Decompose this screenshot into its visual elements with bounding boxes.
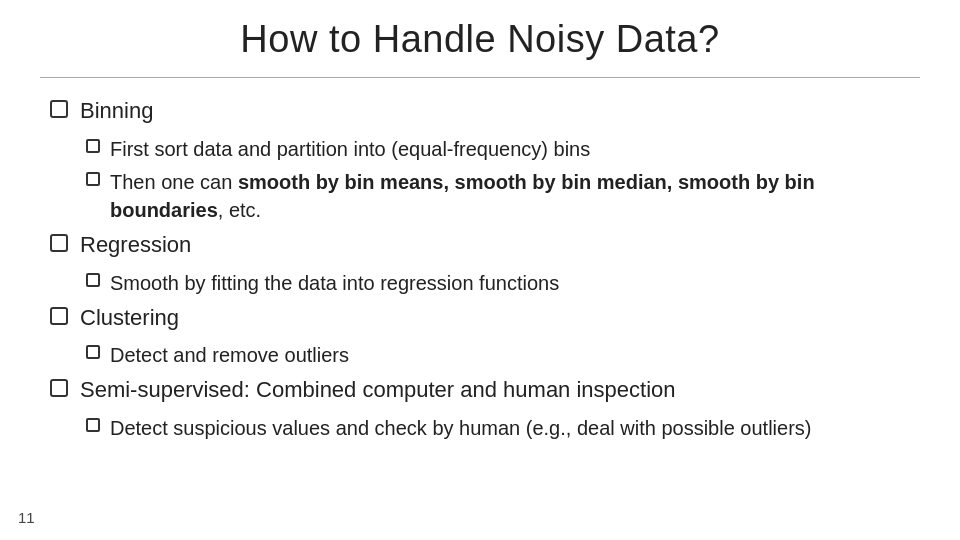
content-area: Binning First sort data and partition in… <box>40 96 920 442</box>
bullet-label-clustering: Clustering <box>80 303 179 334</box>
bullet-text-semi-sub1: Detect suspicious values and check by hu… <box>110 414 811 442</box>
bold-smooth-median: smooth by bin median, <box>455 171 673 193</box>
title-area: How to Handle Noisy Data? <box>40 0 920 71</box>
bullet-text-clustering-sub1: Detect and remove outliers <box>110 341 349 369</box>
bullet-icon-regression-sub1 <box>86 273 100 287</box>
bullet-icon-semi-supervised <box>50 379 68 397</box>
bullet-clustering-sub1: Detect and remove outliers <box>50 341 920 369</box>
section-semi-supervised: Semi-supervised: Combined computer and h… <box>50 375 920 442</box>
section-binning: Binning First sort data and partition in… <box>50 96 920 224</box>
bullet-clustering: Clustering <box>50 303 920 334</box>
bullet-binning-sub2: Then one can smooth by bin means, smooth… <box>50 168 920 224</box>
bullet-semi-supervised: Semi-supervised: Combined computer and h… <box>50 375 920 406</box>
bullet-label-semi-supervised: Semi-supervised: Combined computer and h… <box>80 375 676 406</box>
divider <box>40 77 920 78</box>
bullet-icon-clustering-sub1 <box>86 345 100 359</box>
bullet-text-regression-sub1: Smooth by fitting the data into regressi… <box>110 269 559 297</box>
bullet-text-binning-sub1: First sort data and partition into (equa… <box>110 135 590 163</box>
clustering-subs: Detect and remove outliers <box>50 341 920 369</box>
bullet-regression-sub1: Smooth by fitting the data into regressi… <box>50 269 920 297</box>
bullet-icon-binning <box>50 100 68 118</box>
bullet-icon-binning-sub1 <box>86 139 100 153</box>
bullet-icon-regression <box>50 234 68 252</box>
slide-number: 11 <box>18 509 35 526</box>
bullet-text-binning-sub2: Then one can smooth by bin means, smooth… <box>110 168 920 224</box>
section-clustering: Clustering Detect and remove outliers <box>50 303 920 370</box>
bullet-label-regression: Regression <box>80 230 191 261</box>
bullet-icon-semi-sub1 <box>86 418 100 432</box>
slide-title: How to Handle Noisy Data? <box>40 18 920 61</box>
binning-subs: First sort data and partition into (equa… <box>50 135 920 224</box>
bullet-binning-sub1: First sort data and partition into (equa… <box>50 135 920 163</box>
bullet-icon-binning-sub2 <box>86 172 100 186</box>
semi-supervised-subs: Detect suspicious values and check by hu… <box>50 414 920 442</box>
slide: How to Handle Noisy Data? Binning First … <box>0 0 960 540</box>
regression-subs: Smooth by fitting the data into regressi… <box>50 269 920 297</box>
bullet-semi-sub1: Detect suspicious values and check by hu… <box>50 414 920 442</box>
bullet-regression: Regression <box>50 230 920 261</box>
bold-smooth-means: smooth by bin means, <box>238 171 449 193</box>
section-regression: Regression Smooth by fitting the data in… <box>50 230 920 297</box>
bullet-icon-clustering <box>50 307 68 325</box>
bullet-label-binning: Binning <box>80 96 153 127</box>
bullet-binning: Binning <box>50 96 920 127</box>
